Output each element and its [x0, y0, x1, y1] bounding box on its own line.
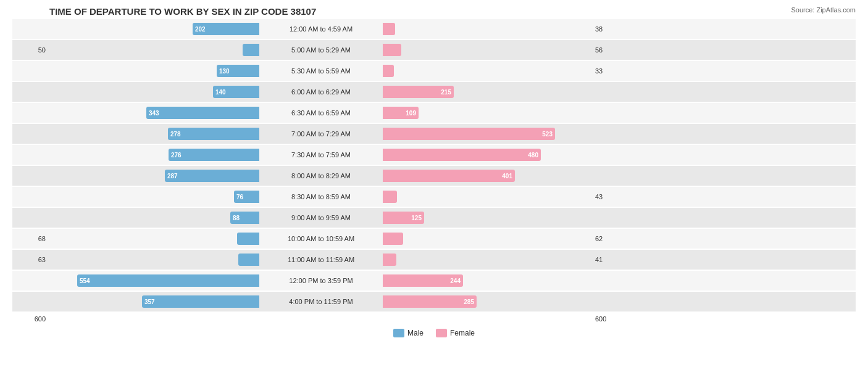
left-bar-container: 140 [49, 86, 259, 98]
female-value: 38 [593, 25, 630, 33]
axis-left-label: 600 [12, 315, 49, 323]
chart-title: TIME OF DEPARTURE TO WORK BY SEX IN ZIP … [12, 6, 856, 17]
female-bar: 125 [383, 212, 424, 224]
table-row: 130 5:30 AM to 5:59 AM 33 [12, 61, 856, 81]
male-bar: 287 [165, 170, 259, 182]
right-bar-container [383, 44, 593, 56]
legend: Male Female [12, 329, 856, 337]
female-bar: 215 [383, 86, 454, 98]
chart-area: 202 12:00 AM to 4:59 AM 38 50 5:00 AM to… [12, 19, 856, 311]
legend-male: Male [393, 329, 424, 337]
chart-container: TIME OF DEPARTURE TO WORK BY SEX IN ZIP … [0, 0, 868, 367]
time-label: 8:30 AM to 8:59 AM [259, 193, 383, 200]
male-bar: 357 [142, 295, 259, 308]
female-bar: 401 [383, 170, 515, 182]
right-bar-container [383, 254, 593, 266]
left-bar-container: 287 [49, 170, 259, 182]
female-bar [383, 44, 401, 56]
right-bar-container: 480 [383, 149, 593, 161]
female-swatch [436, 329, 447, 337]
male-swatch [393, 329, 404, 337]
left-bar-container: 130 [49, 65, 259, 77]
male-bar [243, 44, 259, 56]
axis-row: 600 600 [12, 313, 856, 325]
female-value: 41 [593, 256, 630, 263]
male-label: Male [407, 329, 424, 337]
left-bar-container: 357 [49, 295, 259, 308]
left-bar-container: 343 [49, 107, 259, 119]
male-bar: 278 [168, 128, 259, 140]
table-row: 276 7:30 AM to 7:59 AM 480 [12, 145, 856, 165]
male-bar [237, 233, 259, 245]
left-bar-container: 88 [49, 212, 259, 224]
right-bar-container: 125 [383, 212, 593, 224]
left-bar-container [49, 44, 259, 56]
female-bar: 285 [383, 295, 477, 308]
male-bar: 88 [230, 212, 259, 224]
time-label: 6:30 AM to 6:59 AM [259, 109, 383, 117]
table-row: 554 12:00 PM to 3:59 PM 244 [12, 271, 856, 291]
female-bar: 109 [383, 107, 419, 119]
male-bar: 130 [217, 65, 259, 77]
table-row: 278 7:00 AM to 7:29 AM 523 [12, 124, 856, 144]
table-row: 50 5:00 AM to 5:29 AM 56 [12, 40, 856, 60]
male-bar: 276 [169, 149, 259, 161]
table-row: 140 6:00 AM to 6:29 AM 215 [12, 82, 856, 102]
female-bar: 244 [383, 274, 463, 287]
female-bar [383, 23, 395, 35]
left-bar-container: 276 [49, 149, 259, 161]
time-label: 11:00 AM to 11:59 AM [259, 256, 383, 263]
time-label: 4:00 PM to 11:59 PM [259, 298, 383, 305]
right-bar-container [383, 23, 593, 35]
male-bar: 76 [234, 191, 259, 203]
right-bar-container [383, 191, 593, 203]
right-bar-container: 109 [383, 107, 593, 119]
left-bar-container: 278 [49, 128, 259, 140]
table-row: 202 12:00 AM to 4:59 AM 38 [12, 19, 856, 39]
female-value: 43 [593, 193, 630, 200]
axis-right-label: 600 [593, 315, 630, 323]
right-bar-container [383, 65, 593, 77]
left-bar-container: 202 [49, 23, 259, 35]
time-label: 6:00 AM to 6:29 AM [259, 88, 383, 96]
male-bar [238, 254, 259, 266]
left-bar-container [49, 254, 259, 266]
male-value: 50 [12, 46, 49, 54]
right-bar-container: 285 [383, 295, 593, 308]
table-row: 88 9:00 AM to 9:59 AM 125 [12, 208, 856, 228]
female-value: 56 [593, 46, 630, 54]
right-bar-container: 215 [383, 86, 593, 98]
male-bar: 202 [193, 23, 259, 35]
table-row: 287 8:00 AM to 8:29 AM 401 [12, 166, 856, 186]
time-label: 7:00 AM to 7:29 AM [259, 130, 383, 138]
time-label: 5:30 AM to 5:59 AM [259, 67, 383, 75]
source-text: Source: ZipAtlas.com [791, 6, 856, 14]
legend-female: Female [436, 329, 475, 337]
right-bar-container: 523 [383, 128, 593, 140]
table-row: 76 8:30 AM to 8:59 AM 43 [12, 187, 856, 207]
female-bar [383, 65, 394, 77]
female-bar: 480 [383, 149, 541, 161]
left-bar-container: 76 [49, 191, 259, 203]
table-row: 63 11:00 AM to 11:59 AM 41 [12, 250, 856, 270]
time-label: 8:00 AM to 8:29 AM [259, 172, 383, 179]
table-row: 357 4:00 PM to 11:59 PM 285 [12, 292, 856, 311]
table-row: 68 10:00 AM to 10:59 AM 62 [12, 229, 856, 249]
male-bar: 343 [146, 107, 259, 119]
time-label: 10:00 AM to 10:59 AM [259, 235, 383, 242]
female-value: 33 [593, 67, 630, 75]
right-bar-container: 244 [383, 274, 593, 287]
time-label: 7:30 AM to 7:59 AM [259, 151, 383, 159]
female-value: 62 [593, 235, 630, 242]
male-value: 63 [12, 256, 49, 263]
female-bar [383, 233, 403, 245]
right-bar-container: 401 [383, 170, 593, 182]
time-label: 12:00 AM to 4:59 AM [259, 25, 383, 33]
time-label: 12:00 PM to 3:59 PM [259, 277, 383, 284]
table-row: 343 6:30 AM to 6:59 AM 109 [12, 103, 856, 123]
time-label: 9:00 AM to 9:59 AM [259, 214, 383, 221]
male-value: 68 [12, 235, 49, 242]
female-label: Female [450, 329, 475, 337]
left-bar-container [49, 233, 259, 245]
time-label: 5:00 AM to 5:29 AM [259, 46, 383, 54]
